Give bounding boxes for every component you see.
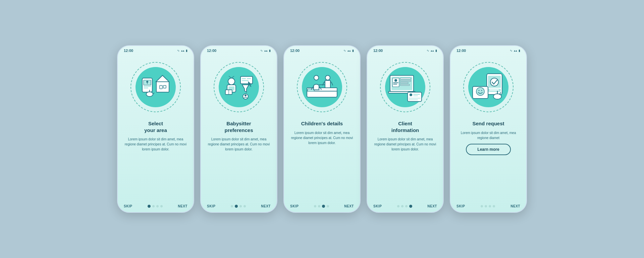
skip-4[interactable]: SKIP (373, 204, 382, 208)
status-icons-4: ∿ ▴▴ ▮ (427, 49, 437, 52)
dot-3-2 (318, 205, 320, 207)
status-icons-3: ∿ ▴▴ ▮ (343, 49, 354, 52)
title-3: Children's details (291, 120, 353, 127)
signal-icon: ▴▴ (514, 49, 517, 52)
time-1: 12:00 (124, 49, 133, 53)
svg-rect-34 (325, 80, 330, 88)
bottom-nav-5: SKIP NEXT (450, 202, 526, 212)
svg-line-13 (153, 93, 154, 94)
dot-4-2 (401, 205, 404, 207)
signal-icon: ▴▴ (181, 49, 184, 52)
learn-more-button[interactable]: Learn more (466, 144, 511, 155)
next-1[interactable]: NEXT (178, 204, 187, 208)
time-3: 12:00 (290, 49, 300, 53)
next-3[interactable]: NEXT (344, 204, 354, 208)
battery-icon: ▮ (352, 49, 354, 52)
time-4: 12:00 (373, 49, 383, 53)
svg-rect-0 (156, 81, 169, 92)
dots-2 (231, 205, 246, 208)
title-area-1: Selectyour area (118, 119, 194, 135)
svg-point-10 (146, 92, 153, 96)
dot-1-3 (156, 205, 159, 207)
dot-5-4 (493, 205, 495, 207)
phone-1: 12:00 ∿ ▴▴ ▮ (117, 45, 194, 213)
send-request-icon (470, 70, 507, 104)
phone-4: 12:00 ∿ ▴▴ ▮ (367, 45, 444, 213)
next-4[interactable]: NEXT (427, 204, 437, 208)
title-area-2: Babysitterpreferences (201, 119, 277, 135)
svg-rect-43 (400, 80, 411, 81)
battery-icon: ▮ (269, 49, 271, 52)
svg-marker-1 (156, 75, 169, 82)
dot-5-2 (485, 205, 487, 207)
time-2: 12:00 (207, 49, 216, 53)
dot-2-1 (231, 205, 233, 207)
battery-icon: ▮ (435, 49, 437, 52)
signal-icon: ▴▴ (347, 49, 351, 52)
dot-4-3 (405, 205, 408, 207)
dot-5-3 (489, 205, 491, 207)
dots-1 (148, 205, 163, 208)
dot-1-2 (152, 205, 155, 207)
dots-4 (397, 205, 412, 208)
svg-point-32 (314, 75, 319, 80)
svg-rect-24 (247, 78, 251, 79)
phone-5: 12:00 ∿ ▴▴ ▮ (450, 45, 527, 213)
status-bar-4: 12:00 ∿ ▴▴ ▮ (367, 46, 443, 54)
bottom-nav-2: SKIP NEXT (201, 202, 277, 212)
svg-rect-40 (393, 82, 398, 83)
dot-3-4 (327, 205, 329, 207)
title-area-3: Children's details (284, 119, 360, 128)
body-3: Lorem ipsum dolor sit dim amet, mea regi… (284, 128, 360, 147)
wifi-icon: ∿ (510, 49, 513, 52)
bottom-nav-4: SKIP NEXT (367, 202, 443, 212)
svg-marker-21 (242, 85, 249, 92)
signal-icon: ▴▴ (264, 49, 268, 52)
skip-1[interactable]: SKIP (124, 204, 132, 208)
bottom-nav-1: SKIP NEXT (118, 202, 194, 212)
client-icon (387, 70, 424, 104)
signal-icon: ▴▴ (431, 49, 434, 52)
status-icons-2: ∿ ▴▴ ▮ (260, 49, 271, 52)
illustration-2 (210, 55, 267, 119)
skip-2[interactable]: SKIP (207, 204, 215, 208)
svg-rect-25 (242, 80, 249, 81)
svg-point-60 (479, 90, 480, 91)
body-1: Lorem ipsum dolor sit dim amet, mea regi… (118, 135, 194, 153)
dot-2-4 (244, 205, 246, 207)
area-icon (139, 71, 172, 103)
title-1: Selectyour area (124, 120, 187, 133)
svg-line-15 (229, 76, 231, 78)
svg-rect-44 (400, 82, 408, 83)
circle-bg-3 (302, 67, 342, 107)
battery-icon: ▮ (186, 49, 187, 52)
dots-5 (481, 205, 495, 207)
circle-bg-1 (136, 67, 176, 107)
svg-point-28 (245, 94, 247, 96)
svg-rect-2 (160, 85, 162, 89)
time-5: 12:00 (457, 49, 466, 53)
svg-rect-42 (400, 78, 411, 79)
status-icons-5: ∿ ▴▴ ▮ (510, 49, 520, 52)
svg-rect-56 (488, 88, 501, 89)
next-2[interactable]: NEXT (261, 204, 271, 208)
svg-rect-45 (400, 84, 410, 85)
svg-rect-57 (489, 89, 499, 90)
dot-1-1 (148, 205, 151, 208)
svg-point-55 (490, 78, 498, 86)
title-4: Clientinformation (374, 120, 436, 133)
svg-point-48 (410, 93, 412, 96)
phones-container: 12:00 ∿ ▴▴ ▮ (117, 45, 527, 213)
dot-1-4 (160, 205, 163, 207)
skip-5[interactable]: SKIP (457, 204, 465, 208)
dot-5-1 (481, 205, 483, 207)
svg-point-61 (481, 90, 482, 91)
next-5[interactable]: NEXT (511, 204, 520, 208)
dot-3-3 (322, 205, 325, 208)
circle-bg-2 (219, 67, 259, 107)
skip-3[interactable]: SKIP (290, 204, 299, 208)
svg-point-59 (476, 87, 484, 95)
phone-2: 12:00 ∿ ▴▴ ▮ (200, 45, 277, 213)
svg-point-14 (228, 78, 235, 85)
dots-3 (314, 205, 329, 208)
